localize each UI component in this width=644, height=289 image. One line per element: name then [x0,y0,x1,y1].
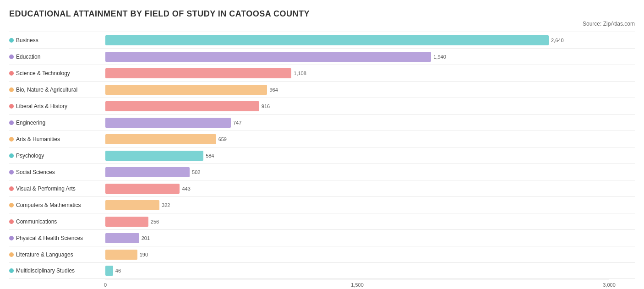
bar-fill [105,68,291,78]
bar-row: Bio, Nature & Agricultural964 [9,81,635,98]
bar-dot [9,55,14,59]
bar-row: Visual & Performing Arts443 [9,180,635,196]
bar-container: 584 [105,151,635,161]
bar-label: Business [9,37,105,44]
bar-dot [9,120,14,125]
bar-container: 659 [105,134,635,144]
bar-row: Liberal Arts & History916 [9,98,635,114]
bar-container: 2,640 [105,35,635,45]
bar-container: 46 [105,266,635,276]
bar-dot [9,203,14,207]
bar-dot [9,252,14,257]
bar-dot [9,87,14,92]
bar-container: 443 [105,184,635,194]
bar-dot [9,104,14,109]
bar-container: 747 [105,118,635,128]
bar-fill [105,200,159,210]
chart-area: Business2,640Education1,940Science & Tec… [9,32,635,279]
bar-label-text: Physical & Health Sciences [16,235,83,241]
bar-dot [9,71,14,76]
bar-value-label: 322 [162,202,170,208]
bar-value-label: 916 [262,104,270,109]
bar-label: Literature & Languages [9,251,105,258]
bar-label: Psychology [9,153,105,159]
bar-row: Science & Technology1,108 [9,65,635,81]
bar-fill [105,52,431,62]
bar-label-text: Literature & Languages [16,251,73,258]
bar-label: Arts & Humanities [9,136,105,142]
bar-value-label: 443 [182,186,190,191]
bar-label-text: Arts & Humanities [16,136,60,142]
bar-fill [105,217,148,227]
bar-dot [9,170,14,174]
bar-label-text: Engineering [16,120,45,126]
bar-label-text: Psychology [16,153,44,159]
x-tick-label: 0 [104,282,107,288]
bar-value-label: 46 [115,268,121,273]
source-label: Source: ZipAtlas.com [9,21,635,27]
bar-container: 1,940 [105,52,635,62]
bar-fill [105,118,231,128]
x-axis-line [105,279,609,279]
bar-value-label: 1,940 [433,54,446,60]
bar-row: Physical & Health Sciences201 [9,229,635,246]
bar-label-text: Business [16,37,38,44]
bar-label: Bio, Nature & Agricultural [9,87,105,93]
bar-container: 190 [105,250,635,260]
bar-fill [105,184,180,194]
bar-container: 964 [105,85,635,95]
bar-label: Social Sciences [9,169,105,175]
bar-value-label: 190 [140,252,148,257]
bar-fill [105,101,259,111]
bar-dot [9,38,14,43]
bar-row: Computers & Mathematics322 [9,196,635,213]
bar-label: Communications [9,218,105,225]
chart-title: EDUCATIONAL ATTAINMENT BY FIELD OF STUDY… [9,9,635,19]
bar-fill [105,35,549,45]
bar-label-text: Communications [16,218,57,225]
x-tick-label: 1,500 [351,282,364,288]
bar-value-label: 201 [142,235,150,241]
bar-value-label: 584 [206,153,214,158]
bar-fill [105,250,137,260]
bar-fill [105,266,113,276]
bar-row: Social Sciences502 [9,164,635,180]
bar-label: Visual & Performing Arts [9,185,105,192]
bar-container: 201 [105,233,635,243]
bar-label: Multidisciplinary Studies [9,267,105,274]
bar-fill [105,85,267,95]
bar-row: Education1,940 [9,48,635,65]
bar-dot [9,268,14,273]
bar-dot [9,186,14,191]
bar-row: Multidisciplinary Studies46 [9,262,635,279]
bar-container: 256 [105,217,635,227]
bar-label: Education [9,54,105,60]
bar-label: Liberal Arts & History [9,103,105,109]
bar-value-label: 747 [233,120,241,125]
bar-value-label: 2,640 [551,38,564,43]
bar-dot [9,236,14,240]
bar-label-text: Science & Technology [16,70,70,76]
bar-container: 322 [105,200,635,210]
bar-dot [9,219,14,224]
bar-label-text: Liberal Arts & History [16,103,67,109]
bar-row: Psychology584 [9,147,635,164]
bar-label: Physical & Health Sciences [9,235,105,241]
bar-container: 916 [105,101,635,111]
bar-row: Business2,640 [9,32,635,48]
bar-label-text: Education [16,54,40,60]
bar-container: 1,108 [105,68,635,78]
bar-value-label: 659 [218,136,227,142]
x-axis: 01,5003,000 [105,282,609,289]
bar-container: 502 [105,167,635,177]
bar-fill [105,233,139,243]
bar-row: Literature & Languages190 [9,246,635,262]
bar-label-text: Social Sciences [16,169,55,175]
bar-label-text: Visual & Performing Arts [16,185,76,192]
bar-value-label: 256 [151,219,159,224]
bar-value-label: 1,108 [294,71,306,76]
bar-label: Computers & Mathematics [9,202,105,208]
bar-value-label: 502 [192,169,200,175]
bar-label-text: Computers & Mathematics [16,202,81,208]
bar-label-text: Bio, Nature & Agricultural [16,87,77,93]
